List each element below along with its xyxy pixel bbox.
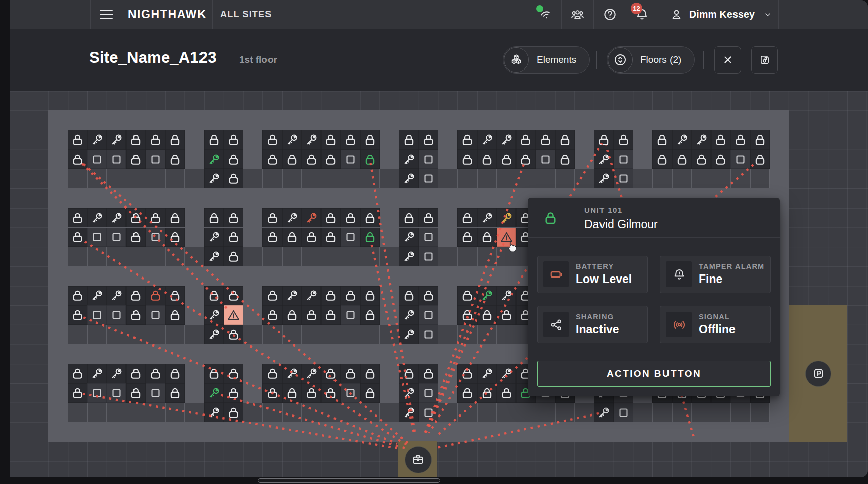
unit-tile-lock[interactable] (672, 150, 692, 169)
save-button[interactable] (751, 46, 778, 74)
unit-tile-key[interactable] (497, 130, 516, 150)
unit-tile-lock[interactable] (165, 228, 185, 247)
unit-tile-lock[interactable] (165, 286, 185, 306)
parking-button[interactable] (805, 361, 831, 387)
unit-tile-square[interactable] (419, 325, 438, 344)
unit-tile-lock[interactable] (399, 286, 419, 306)
unit-tile-lock[interactable] (282, 305, 302, 325)
unit-tile-key[interactable] (477, 130, 497, 150)
unit-tile-key[interactable] (282, 130, 302, 150)
unit-tile-lock[interactable] (126, 208, 146, 228)
unit-tile-key[interactable] (204, 247, 224, 266)
unit-tile-key[interactable] (302, 286, 321, 306)
unit-tile-square[interactable] (107, 228, 126, 247)
unit-tile-lock[interactable] (126, 383, 146, 403)
unit-tile-square[interactable] (107, 305, 126, 325)
unit-tile-key[interactable] (282, 364, 302, 383)
unit-tile-lock[interactable] (262, 208, 282, 228)
unit-tile-lock[interactable] (302, 228, 321, 247)
floorplan-canvas[interactable]: UNIT 101 David Gilmour BATTERY Low Level (10, 91, 868, 477)
unit-tile-key[interactable] (204, 228, 224, 247)
unit-tile-lock[interactable] (262, 130, 282, 150)
unit-tile-lock[interactable] (399, 208, 419, 228)
unit-tile-lock[interactable] (321, 305, 341, 325)
help-button[interactable] (594, 0, 626, 29)
unit-tile-lock[interactable] (399, 364, 419, 383)
unit-tile-key[interactable] (87, 286, 107, 306)
unit-tile-lock[interactable] (321, 286, 341, 306)
unit-tile-alarm-tile-light[interactable] (224, 305, 243, 325)
unit-tile-lock[interactable] (419, 286, 438, 306)
unit-tile-lock[interactable] (204, 364, 224, 383)
unit-tile-lock[interactable] (282, 150, 302, 169)
unit-tile-square[interactable] (614, 169, 633, 188)
unit-tile-lock[interactable] (165, 383, 185, 403)
unit-tile-key[interactable] (87, 130, 107, 150)
floors-button[interactable]: Floors (2) (607, 46, 695, 74)
unit-tile-lock[interactable] (224, 383, 243, 403)
unit-tile-key[interactable] (399, 383, 419, 403)
unit-tile-lock[interactable] (536, 130, 555, 150)
unit-tile-key[interactable] (399, 150, 419, 169)
unit-tile-lock[interactable] (360, 208, 380, 228)
unit-tile-lock[interactable] (341, 208, 360, 228)
unit-tile-lock[interactable] (457, 305, 477, 325)
unit-tile-square[interactable] (341, 305, 360, 325)
unit-tile-key[interactable] (399, 325, 419, 344)
unit-tile-lock[interactable] (68, 130, 87, 150)
unit-tile-key[interactable] (399, 403, 419, 423)
unit-tile-lock[interactable] (68, 208, 87, 228)
unit-tile-lock[interactable] (165, 130, 185, 150)
unit-tile-lock[interactable] (497, 383, 516, 403)
unit-tile-lock[interactable] (165, 150, 185, 169)
unit-tile-lock[interactable] (399, 130, 419, 150)
connection-status-button[interactable] (529, 0, 561, 29)
unit-tile-lock[interactable] (262, 383, 282, 403)
unit-tile-square[interactable] (146, 305, 165, 325)
unit-tile-lock[interactable] (68, 364, 87, 383)
unit-tile-square[interactable] (87, 305, 107, 325)
unit-tile-square[interactable] (341, 150, 360, 169)
unit-tile-key[interactable] (302, 364, 321, 383)
unit-tile-square[interactable] (419, 383, 438, 403)
unit-tile-key[interactable] (692, 130, 711, 150)
unit-tile-lock[interactable] (457, 208, 477, 228)
unit-tile-green-lock[interactable] (360, 228, 380, 247)
unit-tile-lock[interactable] (321, 383, 341, 403)
unit-tile-green-key[interactable] (204, 383, 224, 403)
unit-tile-lock[interactable] (419, 130, 438, 150)
unit-tile-square[interactable] (146, 228, 165, 247)
unit-tile-key[interactable] (399, 247, 419, 266)
unit-tile-lock[interactable] (419, 364, 438, 383)
unit-tile-key[interactable] (399, 228, 419, 247)
unit-tile-key[interactable] (107, 286, 126, 306)
unit-tile-lock[interactable] (614, 130, 633, 150)
unit-tile-lock[interactable] (126, 228, 146, 247)
unit-tile-key[interactable] (497, 364, 516, 383)
unit-tile-lock[interactable] (165, 305, 185, 325)
unit-tile-square[interactable] (87, 150, 107, 169)
unit-tile-square[interactable] (87, 383, 107, 403)
unit-tile-lock[interactable] (730, 130, 750, 150)
unit-tile-lock[interactable] (126, 305, 146, 325)
unit-tile-lock[interactable] (457, 364, 477, 383)
unit-tile-lock[interactable] (516, 130, 536, 150)
unit-tile-lock[interactable] (126, 150, 146, 169)
close-button[interactable] (714, 46, 741, 74)
unit-tile-lock[interactable] (262, 228, 282, 247)
unit-tile-lock[interactable] (224, 169, 243, 188)
unit-tile-lock[interactable] (165, 364, 185, 383)
unit-tile-lock[interactable] (457, 383, 477, 403)
unit-tile-lock[interactable] (497, 305, 516, 325)
unit-tile-alarm-tile-bright[interactable] (497, 228, 516, 247)
unit-tile-lock[interactable] (204, 130, 224, 150)
unit-tile-key[interactable] (594, 403, 614, 423)
unit-tile-square[interactable] (614, 403, 633, 423)
unit-tile-lock[interactable] (341, 364, 360, 383)
unit-tile-lock[interactable] (516, 150, 536, 169)
unit-tile-lock[interactable] (477, 305, 497, 325)
unit-tile-lock[interactable] (457, 228, 477, 247)
user-menu[interactable]: Dimm Kessey (658, 0, 778, 29)
unit-tile-yellow-key[interactable] (497, 208, 516, 228)
unit-tile-lock[interactable] (126, 364, 146, 383)
